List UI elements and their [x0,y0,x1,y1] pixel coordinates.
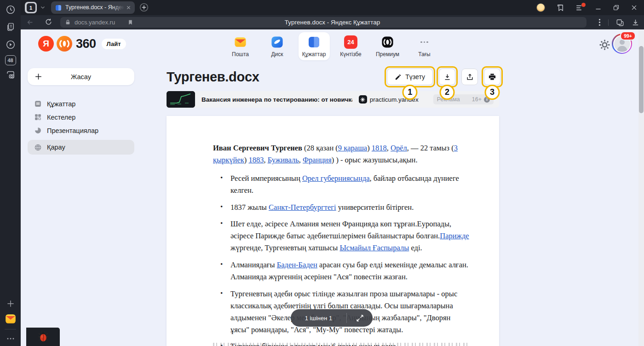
sidebar-item-tables[interactable]: Кестелер [28,110,134,124]
rail-more-icon[interactable] [6,337,15,340]
collections-icon[interactable] [616,18,624,27]
practicum-logo-icon [359,95,367,104]
annotation-badge-1: 1 [402,85,418,100]
bullet-item: Ресей империясының Орел губерниясында, б… [213,173,471,196]
document-main: Тургенев.docx Түзету 1 [167,29,499,346]
add-bookmark-icon[interactable] [127,19,133,25]
browser-profile-avatar[interactable] [536,3,545,12]
doc-link[interactable]: Орёл [391,144,407,152]
close-window-icon[interactable] [631,4,638,11]
minimize-icon[interactable] [595,4,602,11]
settings-gear-icon[interactable] [598,39,611,51]
ad-thumbnail [167,91,195,108]
create-label: Жасау [71,73,91,81]
toolbar-divider [608,19,609,26]
highlight-box-2: 2 [437,66,458,87]
doc-text: (28 қазан ( [302,144,338,152]
doc-text: ) [244,156,249,164]
clipped-next-line [213,343,471,346]
plus-icon [34,72,43,81]
url-field[interactable]: docs.yandex.ru [60,17,586,28]
tab-close-icon[interactable] [126,5,131,10]
doc-link[interactable]: 1883 [248,156,264,164]
doc-link[interactable]: 1818 [372,144,387,152]
beetle-icon [38,331,49,343]
table-grid-icon [34,113,42,121]
doc-link[interactable]: 9 қараша [338,144,367,152]
sidebar-item-label: Қарау [47,144,65,151]
sidebar-item-documents[interactable]: Құжаттар [28,97,134,110]
download-button[interactable] [439,69,455,85]
bookmarks-icon[interactable] [556,4,564,12]
sidebar-item-view[interactable]: Қарау [28,140,134,155]
browser-menu-icon[interactable] [575,4,584,12]
share-button[interactable] [461,69,478,85]
copied-pages-icon[interactable] [6,22,15,32]
doc-link[interactable]: Ысмайыл Ғаспыралы [339,243,409,252]
docs-app-area: Я 360 Лайт Пошта Диск Құжаттар 24 [21,29,644,346]
doc-link[interactable]: Орел губерниясында [302,174,370,183]
age-rating: 16+ [472,96,482,103]
back-icon[interactable] [26,18,34,26]
rail-plus-icon[interactable] [6,299,15,308]
tab-group-chip[interactable]: 1 [25,2,37,13]
sidebar-item-label: Презентациялар [47,127,98,134]
browser-side-rail: 48 [0,0,21,346]
doc-text: , [387,144,391,152]
doc-link[interactable]: Парижде [440,231,469,240]
doc-link[interactable]: Франция [303,156,332,164]
document-intro-paragraph: Иван Сергеевич Тургенев (28 қазан (9 қар… [213,142,471,166]
doc-text: Шет елде, әсіресе Алмания менен Францияд… [230,219,451,240]
document-title: Тургенев.docx [167,69,259,85]
browser-address-bar: docs.yandex.ru Тургенев.docx - Яндекс Құ… [21,15,644,29]
doc-text: ) ) - орыс жазушысы,ақын. [332,156,418,164]
downloads-icon[interactable] [632,18,639,26]
lock-icon [65,19,71,25]
notification-dot [581,3,586,7]
document-icon [34,100,42,108]
doc-text: Алманиядағы [230,260,277,269]
doc-link[interactable]: Баден-Баден [277,260,317,269]
rail-divider [5,329,16,329]
tab-group-count: 1 [27,3,35,12]
extensions-kebab-icon[interactable] [598,18,601,26]
print-button[interactable] [484,69,500,85]
new-tab-icon[interactable] [139,3,149,12]
doc-text: , [264,156,267,164]
mail-widget-icon[interactable] [5,313,17,325]
browser-tab[interactable]: Тургенев.docx - Яндекс [51,1,135,14]
edit-button[interactable]: Түзету [387,69,433,85]
doc-text: жүргенде, Тургеневтың хатшысы [230,243,339,252]
bug-overlay[interactable] [26,328,60,346]
highlight-box-3: 3 [482,66,503,87]
reload-icon[interactable] [45,18,52,26]
globe-icon [34,144,42,151]
document-actions: Түзету 1 2 [385,66,503,87]
doc-link[interactable]: Санкт-Петербургтегі [269,203,336,212]
scrollbar-thumb[interactable] [639,46,644,113]
bullet-item: Шет елде, әсіресе Алмания менен Францияд… [213,218,471,254]
screenshot-icon[interactable] [6,70,15,80]
annotation-badge-3: 3 [485,85,500,100]
chevron-down-icon[interactable] [40,5,46,10]
doc-text: , [299,156,303,164]
restore-window-icon[interactable] [613,4,620,11]
annotation-badge-2: 2 [440,85,455,100]
printer-icon [488,73,496,81]
video-play-icon[interactable] [6,40,16,50]
pencil-icon [395,74,402,81]
highlight-box-1: Түзету 1 [385,66,435,87]
tabs-counter-badge[interactable]: 48 [5,55,16,65]
history-clock-icon[interactable] [6,5,16,15]
share-icon [466,73,474,81]
doc-text: Ресей империясының [230,174,302,183]
fullscreen-expand-icon[interactable] [347,314,373,322]
ad-title: Вакансия инженера по тестированию: от но… [201,96,352,103]
scrollbar-track[interactable] [638,29,644,346]
sidebar-item-presentations[interactable]: Презентациялар [28,124,134,137]
sidebar-item-label: Құжаттар [47,100,75,108]
doc-link[interactable]: Буживаль [268,156,299,164]
account-avatar[interactable]: 99+ [612,34,632,54]
create-button[interactable]: Жасау [28,68,134,85]
doc-text: университетін бітірген. [336,203,414,212]
